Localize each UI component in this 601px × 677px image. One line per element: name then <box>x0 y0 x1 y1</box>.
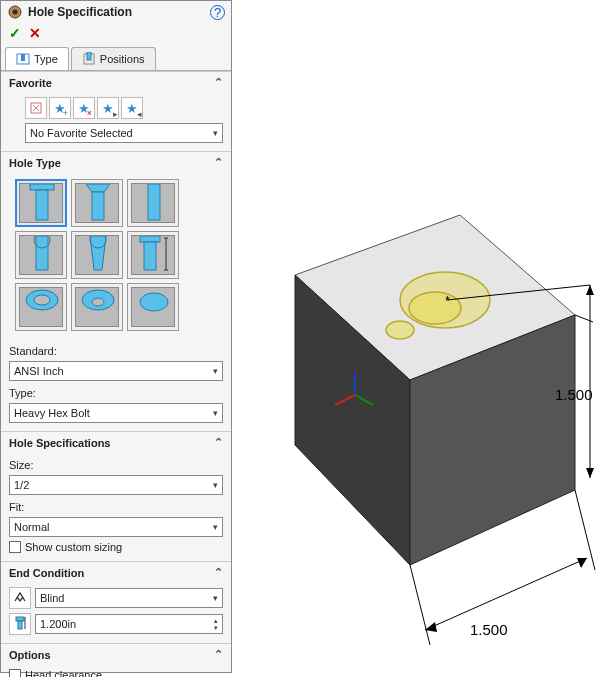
svg-marker-41 <box>577 558 587 568</box>
svg-line-39 <box>425 558 587 630</box>
reverse-direction-button[interactable] <box>9 587 31 609</box>
fav-apply-button[interactable] <box>25 97 47 119</box>
depth-input[interactable]: 1.200in ▴▾ <box>35 614 223 634</box>
tab-positions[interactable]: Positions <box>71 47 156 70</box>
end-condition-dropdown[interactable]: Blind ▾ <box>35 588 223 608</box>
fav-add-button[interactable]: ★+ <box>49 97 71 119</box>
hole-type-hole[interactable] <box>127 179 179 227</box>
favorite-header-label: Favorite <box>9 77 52 89</box>
graphics-viewport[interactable]: * 1.500 1.500 <box>235 0 601 677</box>
accept-button[interactable]: ✓ <box>9 25 21 41</box>
svg-rect-5 <box>87 52 91 60</box>
hole-type-countersink-slot[interactable] <box>71 283 123 331</box>
svg-rect-16 <box>140 236 160 242</box>
size-value: 1/2 <box>14 479 29 491</box>
svg-rect-7 <box>30 184 54 190</box>
svg-marker-35 <box>586 285 594 295</box>
svg-point-24 <box>92 298 104 306</box>
favorite-section: Favorite ⌃ ★+ ★× ★▸ ★◂ No Favorite Selec… <box>1 71 231 151</box>
dimension-1-value: 1.500 <box>555 386 593 403</box>
hole-type-hole-slot[interactable] <box>127 283 179 331</box>
head-clearance-label: Head clearance <box>25 669 102 677</box>
depth-spinner[interactable]: ▴▾ <box>214 617 218 631</box>
spinner-up-icon: ▴ <box>214 617 218 624</box>
hole-type-counterbore-slot[interactable] <box>15 283 67 331</box>
svg-rect-27 <box>18 621 22 629</box>
property-panel: Hole Specification ? ✓ ✕ Type Positions … <box>0 0 232 673</box>
svg-rect-11 <box>148 184 160 220</box>
svg-point-25 <box>140 293 168 311</box>
cancel-button[interactable]: ✕ <box>29 25 41 41</box>
depth-value: 1.200in <box>40 618 76 630</box>
model-view: * 1.500 1.500 <box>235 0 601 677</box>
positions-tab-icon <box>82 52 96 66</box>
end-condition-value: Blind <box>40 592 64 604</box>
chevron-down-icon: ▾ <box>213 128 218 138</box>
favorite-header[interactable]: Favorite ⌃ <box>1 72 231 93</box>
hole-center-marker: * <box>445 293 450 308</box>
size-dropdown[interactable]: 1/2 ▾ <box>9 475 223 495</box>
panel-actions: ✓ ✕ <box>1 23 231 45</box>
checkbox-icon <box>9 541 21 553</box>
type-label: Type: <box>9 387 223 399</box>
hole-type-counterbore[interactable] <box>15 179 67 227</box>
chevron-down-icon: ▾ <box>213 522 218 532</box>
tabs: Type Positions <box>1 47 231 71</box>
chevron-up-icon: ⌃ <box>214 156 223 169</box>
type-dropdown[interactable]: Heavy Hex Bolt ▾ <box>9 403 223 423</box>
depth-icon <box>9 613 31 635</box>
hole-wizard-icon <box>7 4 23 20</box>
hole-type-legacy[interactable] <box>127 231 179 279</box>
dimension-2-value: 1.500 <box>470 621 508 638</box>
svg-point-22 <box>34 295 50 305</box>
svg-rect-12 <box>36 236 48 270</box>
hole-type-countersink[interactable] <box>71 179 123 227</box>
type-value: Heavy Hex Bolt <box>14 407 90 419</box>
svg-rect-26 <box>16 617 24 621</box>
standard-dropdown[interactable]: ANSI Inch ▾ <box>9 361 223 381</box>
chevron-up-icon: ⌃ <box>214 76 223 89</box>
chevron-up-icon: ⌃ <box>214 648 223 661</box>
hole-type-header[interactable]: Hole Type ⌃ <box>1 152 231 173</box>
end-condition-header[interactable]: End Condition ⌃ <box>1 562 231 583</box>
hole-type-grid <box>9 177 223 339</box>
show-custom-sizing[interactable]: Show custom sizing <box>9 541 223 553</box>
hole-spec-header-label: Hole Specifications <box>9 437 110 449</box>
type-tab-icon <box>16 52 30 66</box>
fav-load-button[interactable]: ★◂ <box>121 97 143 119</box>
end-condition-header-label: End Condition <box>9 567 84 579</box>
fav-save-button[interactable]: ★▸ <box>97 97 119 119</box>
favorite-dropdown[interactable]: No Favorite Selected ▾ <box>25 123 223 143</box>
chevron-down-icon: ▾ <box>213 366 218 376</box>
show-custom-sizing-label: Show custom sizing <box>25 541 122 553</box>
hole-spec-section: Hole Specifications ⌃ Size: 1/2 ▾ Fit: N… <box>1 431 231 561</box>
hole-spec-header[interactable]: Hole Specifications ⌃ <box>1 432 231 453</box>
panel-header: Hole Specification ? <box>1 1 231 23</box>
fit-dropdown[interactable]: Normal ▾ <box>9 517 223 537</box>
svg-marker-14 <box>90 236 106 270</box>
standard-label: Standard: <box>9 345 223 357</box>
fav-delete-button[interactable]: ★× <box>73 97 95 119</box>
hole-type-tapered-tap[interactable] <box>71 231 123 279</box>
hole-type-straight-tap[interactable] <box>15 231 67 279</box>
options-header[interactable]: Options ⌃ <box>1 644 231 665</box>
standard-value: ANSI Inch <box>14 365 64 377</box>
tab-type[interactable]: Type <box>5 47 69 70</box>
hole-preview-inner <box>409 292 461 324</box>
panel-title: Hole Specification <box>28 5 132 19</box>
end-condition-section: End Condition ⌃ Blind ▾ 1.200in ▴▾ <box>1 561 231 643</box>
hole-preview-shaft <box>386 321 414 339</box>
chevron-down-icon: ▾ <box>213 408 218 418</box>
head-clearance-option[interactable]: Head clearance <box>9 669 223 677</box>
hole-type-header-label: Hole Type <box>9 157 61 169</box>
options-header-label: Options <box>9 649 51 661</box>
chevron-up-icon: ⌃ <box>214 436 223 449</box>
favorite-buttons: ★+ ★× ★▸ ★◂ <box>9 97 223 119</box>
svg-rect-10 <box>92 192 104 220</box>
svg-marker-36 <box>586 468 594 478</box>
chevron-up-icon: ⌃ <box>214 566 223 579</box>
help-icon[interactable]: ? <box>210 5 225 20</box>
chevron-down-icon: ▾ <box>213 480 218 490</box>
spinner-down-icon: ▾ <box>214 624 218 631</box>
tab-type-label: Type <box>34 53 58 65</box>
